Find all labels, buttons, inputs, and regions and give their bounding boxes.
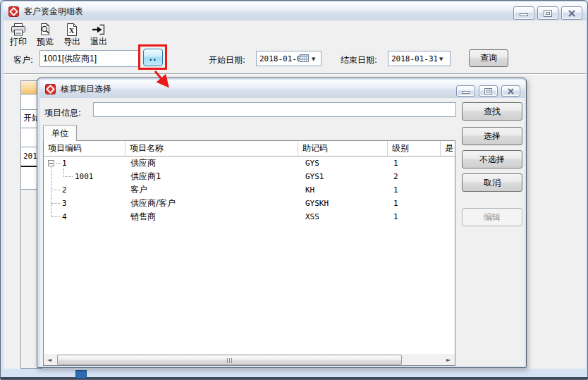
table-row[interactable]: 3供应商/客户GYSKH1 [44,197,455,210]
preview-label: 预览 [37,36,54,47]
deselect-button[interactable]: 不选择 [462,150,522,168]
dialog-title: 核算项目选择 [61,83,111,95]
cell-mnemonic: KH [298,183,388,197]
print-button[interactable]: 打印 [5,23,32,49]
column-header-1[interactable]: 项目名称 [125,141,298,157]
toolbar: 打印预览X导出退出 [5,23,112,49]
main-hscroll-thumb[interactable] [75,370,87,379]
list-hscroll-thumb[interactable] [57,355,402,365]
cell-name: 供应商/客户 [125,197,298,210]
minimize-button[interactable] [513,6,534,20]
tab-unit[interactable]: 单位 [43,125,77,141]
query-button[interactable]: 查询 [469,49,508,67]
main-window-bottom-border [1,377,588,379]
cell-level: 2 [388,170,441,183]
cell-mnemonic: GYS [298,157,388,170]
cell-level: 1 [388,183,441,197]
column-header-4[interactable]: 是 [441,141,455,157]
item-table-header: 项目编码项目名称助记码级别是 [44,141,455,157]
cell-name: 供应商 [125,157,298,170]
table-row[interactable]: 4销售商XSS1 [44,210,455,223]
item-info-input[interactable] [93,102,456,117]
tree-line [51,203,60,204]
exit-button[interactable]: 退出 [85,23,112,49]
customer-input[interactable] [39,50,140,67]
cell-extra [441,183,455,197]
cell-level: 1 [388,210,441,223]
cell-level: 1 [388,157,441,170]
dialog-minimize-icon [462,88,470,94]
cell-mnemonic: GYS1 [298,170,388,183]
tree-line [51,167,51,217]
cell-name: 客户 [125,183,298,197]
scroll-left-icon[interactable]: ◄ [44,354,55,366]
cancel-button[interactable]: 取消 [462,173,522,192]
cell-mnemonic: XSS [298,210,388,223]
print-icon [11,23,26,36]
dialog-maximize-icon [484,88,492,94]
tree-line [63,176,73,177]
cell-extra [441,157,455,170]
edit-button[interactable]: 编辑 [462,208,522,226]
maximize-button[interactable] [537,6,558,20]
toolbar-separator [4,73,586,75]
customer-label: 客户: [13,54,33,66]
find-button[interactable]: 查找 [462,102,522,121]
dialog-close-icon [507,88,515,94]
maximize-icon [544,10,552,17]
scroll-right-icon[interactable]: ► [443,354,454,366]
end-date-label: 结束日期: [341,54,377,66]
tree-line [51,190,60,190]
start-date-dropdown-icon[interactable]: ▼ [312,56,315,63]
tree-expander-icon[interactable] [48,160,54,166]
app-icon [8,6,19,17]
cell-mnemonic: GYSKH [298,197,388,210]
main-window-title: 客户资金明细表 [24,6,83,18]
table-row[interactable]: 1001供应商1GYS12 [44,170,455,183]
item-info-label: 项目信息: [44,107,81,119]
dialog-minimize-button[interactable] [456,85,475,97]
cell-extra [441,197,455,210]
item-rows: 1供应商GYS11001供应商1GYS122客户KH13供应商/客户GYSKH1… [44,157,455,223]
tree-line [56,163,61,164]
dialog-close-button[interactable] [501,85,520,97]
cell-extra [441,210,455,223]
end-date-dropdown-icon[interactable]: ▼ [439,56,443,63]
tree-line [51,216,60,217]
column-header-3[interactable]: 级别 [388,141,441,157]
select-button[interactable]: 选择 [462,127,522,145]
dialog-app-icon [45,84,56,94]
export-label: 导出 [63,36,80,47]
screen: 客户资金明细表 打印预览X导出退出 客户: .. 开始日期: [0,0,588,380]
close-button[interactable] [561,6,582,20]
cell-name: 供应商1 [125,170,298,183]
minimize-icon [520,10,528,17]
print-label: 打印 [10,36,27,47]
main-titlebar[interactable]: 客户资金明细表 [3,2,587,20]
dialog-client-area: 项目信息: 查找 单位 项目编码项目名称助记码级别是 1供应商GYS11001供… [40,98,525,366]
exit-label: 退出 [90,36,107,47]
scroll-grip-icon [227,358,233,363]
column-header-0[interactable]: 项目编码 [44,141,125,157]
item-select-dialog: 核算项目选择 项目信息: 查找 单位 项目编码项目名称助记码级别是 [37,78,527,368]
preview-button[interactable]: 预览 [32,23,59,49]
cell-extra [441,170,455,183]
close-icon [568,10,576,17]
preview-icon [38,23,52,36]
column-header-2[interactable]: 助记码 [298,141,388,157]
cell-name: 销售商 [125,210,298,223]
cell-code: 1001 [44,170,125,183]
table-row[interactable]: 2客户KH1 [44,183,455,197]
calendar-icon[interactable] [300,54,309,63]
exit-icon [92,23,106,36]
export-button[interactable]: X导出 [59,23,85,49]
cell-level: 1 [388,197,441,210]
table-row[interactable]: 1供应商GYS1 [44,157,455,170]
dialog-maximize-button[interactable] [479,85,498,97]
customer-browse-button[interactable]: .. [143,49,163,66]
item-table: 项目编码项目名称助记码级别是 1供应商GYS11001供应商1GYS122客户K… [43,140,455,366]
dialog-titlebar[interactable]: 核算项目选择 [39,80,525,98]
tree-line [63,166,64,177]
export-icon: X [66,23,78,36]
list-hscrollbar[interactable]: ◄ ► [44,354,455,366]
